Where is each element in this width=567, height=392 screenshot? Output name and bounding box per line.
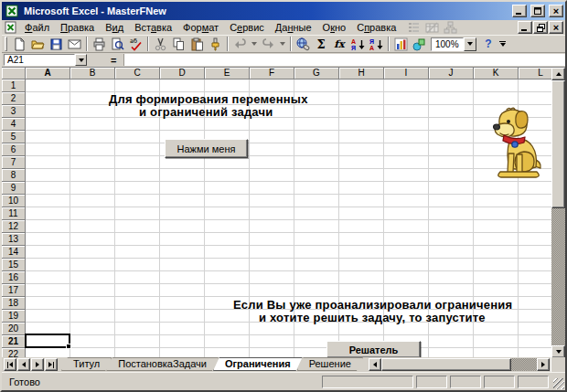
format-painter-icon[interactable] — [206, 36, 224, 52]
row-header-4[interactable]: 4 — [2, 118, 26, 131]
mail-icon[interactable] — [65, 36, 83, 52]
workbook-icon[interactable] — [3, 21, 19, 34]
column-header-F[interactable]: F — [250, 68, 294, 79]
menu-item-7[interactable]: Данные — [270, 21, 317, 34]
last-sheet-icon[interactable] — [45, 358, 58, 371]
drawing-icon[interactable] — [410, 36, 428, 52]
select-all-corner[interactable] — [2, 68, 26, 79]
chart-wizard-icon[interactable] — [391, 36, 410, 52]
row-header-20[interactable]: 20 — [2, 323, 26, 335]
column-header-A[interactable]: A — [26, 68, 70, 79]
row-header-3[interactable]: 3 — [2, 105, 26, 118]
new-icon[interactable] — [10, 36, 28, 52]
row-header-7[interactable]: 7 — [2, 156, 26, 169]
row-header-8[interactable]: 8 — [2, 169, 26, 182]
row-header-18[interactable]: 18 — [2, 297, 26, 310]
column-header-I[interactable]: I — [384, 68, 429, 79]
row-header-14[interactable]: 14 — [2, 246, 26, 259]
more-buttons-icon[interactable] — [497, 36, 508, 52]
sheet-tab-ПостановкаЗадачи[interactable]: ПостановкаЗадачи — [106, 357, 219, 371]
row-header-12[interactable]: 12 — [2, 220, 26, 233]
press-me-button[interactable]: Нажми меня — [165, 139, 248, 158]
scroll-up-icon[interactable] — [551, 68, 565, 80]
row-header-11[interactable]: 11 — [2, 207, 26, 220]
equals-button[interactable]: = — [111, 55, 116, 66]
zoom-value[interactable]: 100% — [431, 37, 464, 51]
paste-function-icon[interactable]: fx — [330, 36, 348, 52]
minimize-button[interactable] — [512, 5, 527, 17]
previous-sheet-icon[interactable] — [17, 358, 30, 371]
maximize-button[interactable] — [530, 5, 545, 17]
vertical-scroll-track[interactable] — [551, 208, 565, 345]
menu-item-1[interactable]: Файл — [19, 21, 55, 34]
cut-icon[interactable] — [151, 36, 169, 52]
window-resize-grip[interactable] — [553, 378, 564, 389]
doc-close-button[interactable]: × — [549, 21, 563, 34]
toolbar-grip[interactable] — [5, 37, 7, 51]
horizontal-scroll-thumb[interactable] — [381, 358, 511, 371]
zoom-dropdown-icon[interactable] — [464, 37, 476, 51]
menu-item-6[interactable]: Сервис — [224, 21, 270, 34]
scroll-left-icon[interactable] — [369, 358, 381, 371]
column-header-C[interactable]: C — [115, 68, 160, 79]
paste-icon[interactable] — [187, 36, 206, 52]
row-header-2[interactable]: 2 — [2, 92, 26, 105]
row-header-16[interactable]: 16 — [2, 271, 26, 284]
menu-item-5[interactable]: Формат — [177, 21, 224, 34]
sort-descending-icon[interactable]: ЯА — [367, 36, 385, 52]
row-header-9[interactable]: 9 — [2, 182, 26, 195]
toolbar-buttons: абΣfxАЯЯА100%? — [10, 36, 508, 52]
copy-icon[interactable] — [169, 36, 187, 52]
scroll-right-icon[interactable] — [537, 358, 550, 371]
sort-ascending-icon[interactable]: АЯ — [348, 36, 367, 52]
row-header-22[interactable]: 22 — [2, 348, 26, 357]
column-header-K[interactable]: K — [474, 68, 519, 79]
sheet-tab-Ограничения[interactable]: Ограничения — [213, 357, 303, 371]
name-box[interactable]: A21 — [4, 54, 75, 66]
column-header-H[interactable]: H — [339, 68, 384, 79]
column-header-D[interactable]: D — [160, 68, 205, 79]
name-box-dropdown-icon[interactable] — [75, 54, 87, 66]
column-header-G[interactable]: G — [294, 68, 339, 79]
spelling-icon[interactable]: аб — [126, 36, 144, 52]
row-header-6[interactable]: 6 — [2, 143, 26, 156]
column-header-E[interactable]: E — [205, 68, 250, 79]
row-header-1[interactable]: 1 — [2, 79, 26, 92]
menu-item-3[interactable]: Вид — [100, 21, 129, 34]
print-preview-icon[interactable] — [108, 36, 126, 52]
open-icon[interactable] — [28, 36, 47, 52]
horizontal-scroll-track[interactable] — [511, 358, 537, 371]
scroll-down-icon[interactable] — [551, 345, 565, 357]
print-icon[interactable] — [90, 36, 108, 52]
autosum-icon[interactable]: Σ — [312, 36, 330, 52]
save-icon[interactable] — [47, 36, 65, 52]
formula-input[interactable] — [123, 54, 565, 66]
menu-item-4[interactable]: Вставка — [129, 21, 177, 34]
row-header-10[interactable]: 10 — [2, 195, 26, 207]
sheet-tab-Решение[interactable]: Решение — [297, 357, 363, 371]
solver-button[interactable]: Решатель — [326, 341, 421, 357]
next-sheet-icon[interactable] — [31, 358, 44, 371]
menu-item-8[interactable]: Окно — [317, 21, 352, 34]
row-header-13[interactable]: 13 — [2, 233, 26, 246]
column-header-J[interactable]: J — [429, 68, 474, 79]
row-header-17[interactable]: 17 — [2, 284, 26, 297]
row-header-15[interactable]: 15 — [2, 259, 26, 271]
help-icon[interactable]: ? — [479, 36, 497, 52]
column-header-L[interactable]: L — [519, 68, 551, 79]
close-button[interactable]: × — [549, 5, 563, 17]
sheet-tab-Титул[interactable]: Титул — [61, 357, 112, 371]
menu-item-9[interactable]: Справка — [351, 21, 401, 34]
row-header-19[interactable]: 19 — [2, 310, 26, 323]
row-header-21[interactable]: 21 — [2, 335, 26, 348]
active-cell-selection[interactable] — [25, 334, 70, 348]
column-header-B[interactable]: B — [70, 68, 115, 79]
doc-minimize-button[interactable] — [518, 21, 532, 34]
hyperlink-icon[interactable] — [294, 36, 312, 52]
menu-item-2[interactable]: Правка — [55, 21, 100, 34]
first-sheet-icon[interactable] — [4, 358, 16, 371]
doc-restore-button[interactable] — [533, 21, 548, 34]
vertical-scroll-thumb[interactable] — [551, 80, 565, 208]
row-header-5[interactable]: 5 — [2, 131, 26, 143]
tab-split-handle[interactable] — [551, 357, 565, 372]
